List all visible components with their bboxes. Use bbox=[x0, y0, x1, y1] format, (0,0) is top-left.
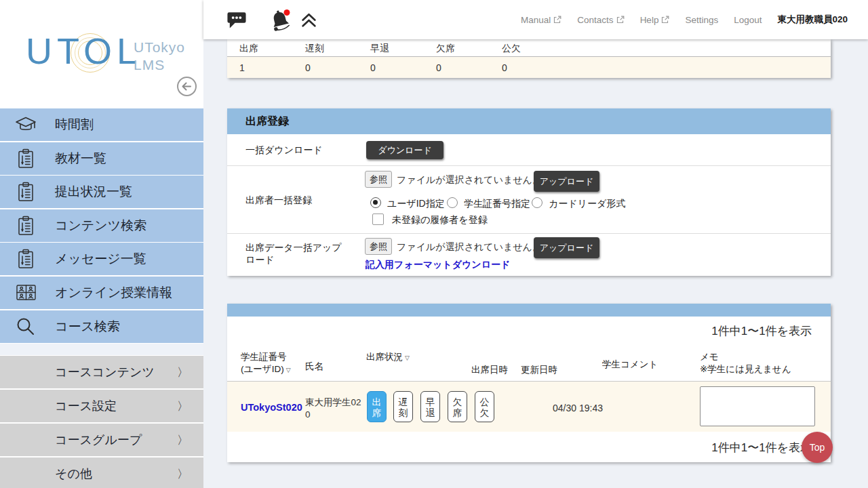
external-link-icon bbox=[616, 16, 625, 24]
column-header-memo: メモ ※学生には見えません bbox=[700, 351, 791, 375]
sidebar-item-course-contents[interactable]: コースコンテンツ 〉 bbox=[0, 356, 203, 388]
search-icon bbox=[14, 317, 37, 337]
main-content: 出席 遅刻 早退 欠席 公欠 1 0 0 0 0 出席登録 一括ダウンロード ダ… bbox=[203, 39, 868, 488]
sidebar-item-messages[interactable]: メッセージ一覧 bbox=[0, 243, 203, 275]
no-file-selected-text: ファイルが選択されていません。 bbox=[397, 241, 542, 253]
download-button[interactable]: ダウンロード bbox=[366, 141, 443, 159]
format-download-link[interactable]: 記入用フォーマットダウンロード bbox=[366, 259, 510, 271]
sidebar-item-others[interactable]: その他 〉 bbox=[0, 458, 203, 488]
column-header-text: 学生証番号 bbox=[241, 352, 287, 362]
summary-header: 出席 bbox=[239, 43, 258, 55]
student-id-link[interactable]: UTokyoSt020 bbox=[241, 402, 302, 413]
notification-dot bbox=[284, 9, 290, 16]
sidebar-item-label: コースグループ bbox=[55, 432, 142, 448]
notifications-button[interactable] bbox=[269, 0, 292, 39]
logo-subtitle-line1: UTokyo bbox=[134, 39, 185, 56]
sidebar-collapse-button[interactable] bbox=[176, 76, 197, 97]
bulk-download-label: 一括ダウンロード bbox=[245, 144, 323, 157]
sidebar-item-course-search[interactable]: コース検索 bbox=[0, 310, 203, 343]
contacts-link[interactable]: Contacts bbox=[577, 15, 624, 25]
sidebar-item-label: コース設定 bbox=[55, 398, 117, 414]
external-link-icon bbox=[661, 16, 669, 24]
status-button-early-leave[interactable]: 早退 bbox=[420, 391, 440, 422]
sidebar-item-course-settings[interactable]: コース設定 〉 bbox=[0, 390, 203, 422]
topbar: Manual Contacts Help Settings Logout 東大用… bbox=[203, 0, 868, 39]
student-name: 東大用学生020 bbox=[305, 396, 362, 420]
clipboard-icon bbox=[14, 249, 37, 269]
radio-user-id-label: ユーザID指定 bbox=[387, 198, 445, 210]
column-header-attend-time: 出席日時 bbox=[471, 364, 508, 376]
upload-button[interactable]: アップロード bbox=[534, 237, 599, 258]
checkbox-register-unregistered[interactable] bbox=[372, 214, 384, 225]
settings-link[interactable]: Settings bbox=[685, 15, 718, 25]
attendance-summary-table: 出席 遅刻 早退 欠席 公欠 1 0 0 0 0 bbox=[227, 39, 831, 78]
no-file-selected-text: ファイルが選択されていません。 bbox=[397, 174, 542, 186]
summary-value: 0 bbox=[370, 62, 376, 73]
summary-value: 1 bbox=[239, 62, 245, 73]
radio-user-id[interactable] bbox=[370, 197, 381, 208]
sort-indicator-icon: ▽ bbox=[405, 354, 410, 361]
memo-textarea[interactable] bbox=[700, 386, 815, 426]
logo: UTOL UTokyo LMS bbox=[0, 0, 203, 108]
sidebar-item-course-group[interactable]: コースグループ 〉 bbox=[0, 424, 203, 456]
column-header-name: 氏名 bbox=[305, 361, 323, 373]
messages-button[interactable] bbox=[226, 0, 247, 39]
chevron-right-icon: 〉 bbox=[177, 432, 189, 448]
logout-link[interactable]: Logout bbox=[734, 15, 762, 25]
browse-file-button[interactable]: 参照 bbox=[365, 238, 392, 255]
sort-indicator-icon: ▽ bbox=[286, 367, 291, 373]
logo-text: UTOL bbox=[26, 30, 142, 72]
attendance-detail-table: 1件中1〜1件を表示 学生証番号 (ユーザID)▽ 氏名 出席状況▽ 出席日時 … bbox=[227, 304, 831, 462]
sidebar-item-materials[interactable]: 教材一覧 bbox=[0, 142, 203, 175]
browse-file-button[interactable]: 参照 bbox=[365, 171, 392, 188]
column-header-note: ※学生には見えません bbox=[700, 364, 791, 374]
update-time-value: 04/30 19:43 bbox=[553, 403, 603, 413]
external-link-icon bbox=[553, 16, 561, 24]
table-row: UTokyoSt020 東大用学生020 出席 遅刻 早退 欠席 公欠 04/3… bbox=[227, 382, 831, 432]
sidebar-item-submission-status[interactable]: 提出状況一覧 bbox=[0, 176, 203, 208]
summary-value: 0 bbox=[502, 62, 507, 73]
column-header-status[interactable]: 出席状況▽ bbox=[366, 351, 410, 363]
radio-card-reader[interactable] bbox=[532, 197, 542, 208]
summary-value: 0 bbox=[436, 62, 441, 73]
radio-card-reader-label: カードリーダ形式 bbox=[549, 198, 625, 210]
sidebar-item-label: コンテンツ検索 bbox=[55, 217, 146, 235]
attendee-bulk-label: 出席者一括登録 bbox=[245, 195, 312, 207]
manual-link[interactable]: Manual bbox=[521, 15, 561, 25]
sidebar-item-timetable[interactable]: 時間割 bbox=[0, 108, 203, 141]
user-name: 東大用教職員020 bbox=[777, 14, 848, 26]
radio-student-card-number-label: 学生証番号指定 bbox=[464, 198, 530, 210]
logo-subtitle: UTokyo LMS bbox=[134, 39, 185, 75]
bulk-download-row: 一括ダウンロード ダウンロード bbox=[227, 134, 831, 166]
status-button-absent[interactable]: 欠席 bbox=[448, 391, 467, 422]
column-header-text: メモ bbox=[700, 352, 719, 362]
attendance-registration-panel: 出席登録 一括ダウンロード ダウンロード 出席者一括登録 参照 ファイルが選択さ… bbox=[227, 108, 831, 276]
help-link[interactable]: Help bbox=[640, 15, 670, 25]
upload-button[interactable]: アップロード bbox=[534, 171, 599, 192]
sidebar-item-label: コース検索 bbox=[55, 318, 120, 336]
sidebar-item-online-class-info[interactable]: オンライン授業情報 bbox=[0, 277, 203, 309]
column-header-text: 出席状況 bbox=[366, 352, 403, 362]
summary-header-row: 出席 遅刻 早退 欠席 公欠 bbox=[227, 39, 831, 57]
radio-student-card-number[interactable] bbox=[447, 197, 458, 208]
manual-link-label: Manual bbox=[521, 15, 551, 25]
sidebar: UTOL UTokyo LMS 時間割 bbox=[0, 0, 203, 488]
sidebar-menu: 時間割 教材一覧 bbox=[0, 108, 203, 488]
status-button-late[interactable]: 遅刻 bbox=[393, 391, 413, 422]
sidebar-item-content-search[interactable]: コンテンツ検索 bbox=[0, 209, 203, 242]
clipboard-icon bbox=[14, 216, 37, 236]
scroll-to-top-button[interactable]: Top bbox=[802, 432, 833, 463]
status-button-excused-absence[interactable]: 公欠 bbox=[475, 391, 494, 422]
table-footer-row: 1件中1〜1件を表示 bbox=[227, 432, 831, 462]
online-class-icon bbox=[14, 283, 37, 302]
table-top-bar bbox=[227, 304, 831, 317]
settings-link-label: Settings bbox=[685, 15, 718, 25]
collapse-topbar-button[interactable] bbox=[300, 0, 317, 39]
status-button-present[interactable]: 出席 bbox=[367, 391, 387, 422]
chat-bubble-icon bbox=[226, 9, 247, 30]
sidebar-item-label: 時間割 bbox=[55, 116, 94, 134]
column-header-student-id[interactable]: 学生証番号 (ユーザID)▽ bbox=[241, 351, 291, 375]
sidebar-item-label: コースコンテンツ bbox=[55, 364, 155, 380]
help-link-label: Help bbox=[640, 15, 659, 25]
sidebar-item-label: オンライン授業情報 bbox=[55, 284, 172, 302]
